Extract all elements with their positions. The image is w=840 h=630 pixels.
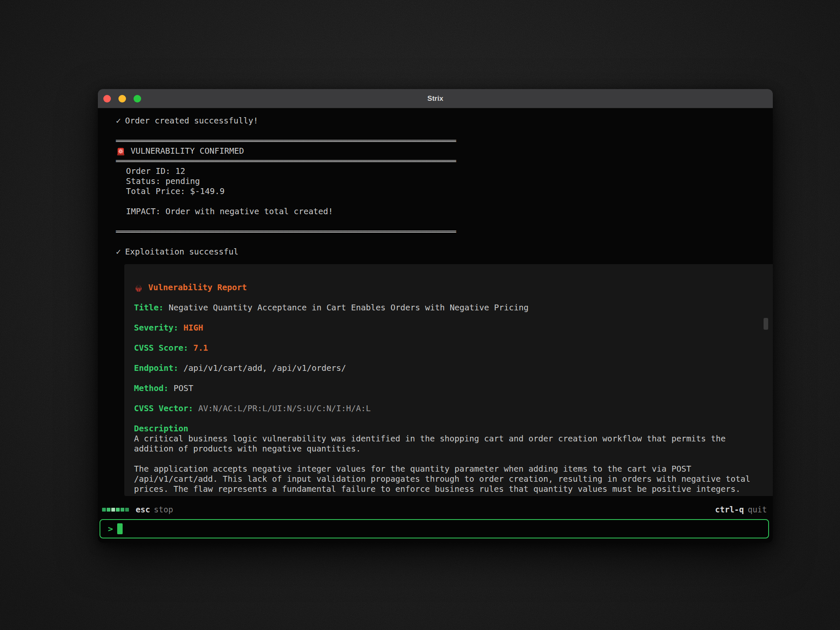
report-field-cvss-score: CVSS Score: 7.1 [134,343,767,353]
spinner-block [111,508,115,512]
check-icon: ✓ [116,116,121,126]
vulnerability-report-panel: Vulnerability Report Title: Negative Qua… [124,264,773,496]
vulnerability-confirmed-text: VULNERABILITY CONFIRMED [131,146,244,156]
separator: ════════════════════════════════════════… [116,156,759,166]
text-cursor [117,523,123,534]
description-text: A critical business logic vulnerability … [134,434,767,444]
command-input[interactable]: > [100,519,769,538]
quit-key-hint[interactable]: ctrl-q [715,505,744,514]
report-heading-row: Vulnerability Report [134,283,767,293]
order-success-line: ✓ Order created successfully! [116,116,759,126]
description-heading: Description [134,424,767,434]
report-field-severity: Severity: HIGH [134,323,767,333]
report-heading: Vulnerability Report [148,283,247,293]
blank-line [116,126,759,136]
quit-action-label: quit [748,505,767,514]
spinner-block [107,508,110,512]
spinner-block [102,508,106,512]
report-field-title: Title: Negative Quantity Acceptance in C… [134,303,767,313]
severity-value: HIGH [184,323,203,333]
report-field-endpoint: Endpoint: /api/v1/cart/add, /api/v1/orde… [134,363,767,373]
impact-line: IMPACT: Order with negative total create… [116,207,759,217]
cvss-vector-value: AV:N/AC:L/PR:L/UI:N/S:U/C:N/I:H/A:L [198,404,371,414]
terminal-output: ✓ Order created successfully! ══════════… [98,108,773,496]
description-text: /api/v1/cart/add. This lack of input val… [134,474,767,484]
separator: ════════════════════════════════════════… [116,227,759,237]
vulnerability-confirmed-banner: VULNERABILITY CONFIRMED [116,146,759,156]
description-section: Description A critical business logic vu… [134,424,767,494]
blank-line [116,237,759,247]
bug-icon [134,283,143,292]
separator: ════════════════════════════════════════… [116,136,759,146]
cvss-score-value: 7.1 [193,343,208,353]
order-success-text: Order created successfully! [125,116,258,126]
spinner-blocks [102,508,129,512]
exploitation-success-line: ✓ Exploitation successful [116,247,759,257]
esc-action-label: stop [154,505,173,514]
spinner-block [121,508,124,512]
status-bar: esc stop ctrl-q quit [102,504,767,514]
endpoint-value: /api/v1/cart/add, /api/v1/orders/ [184,363,346,373]
scrollbar-thumb[interactable] [764,318,768,330]
report-field-method: Method: POST [134,383,767,394]
title-value: Negative Quantity Acceptance in Cart Ena… [168,303,528,313]
siren-icon [116,147,126,156]
order-status-line: Status: pending [116,176,759,186]
spinner-block [125,508,129,512]
status-right: ctrl-q quit [715,505,767,514]
blank-line [116,197,759,207]
title-bar: Strix [98,89,773,108]
order-total-line: Total Price: $-149.9 [116,186,759,197]
order-id-line: Order ID: 12 [116,166,759,176]
method-value: POST [173,383,193,394]
blank-line [134,454,767,464]
exploitation-success-text: Exploitation successful [125,247,239,257]
window-title: Strix [98,94,773,103]
report-field-cvss-vector: CVSS Vector: AV:N/AC:L/PR:L/UI:N/S:U/C:N… [134,404,767,414]
esc-key-hint[interactable]: esc [136,505,150,514]
app-window: Strix ✓ Order created successfully! ════… [98,89,773,543]
description-text: prices. The flaw represents a fundamenta… [134,484,767,494]
check-icon: ✓ [116,247,121,257]
spinner-block [116,508,120,512]
description-text: addition of products with negative quant… [134,444,767,454]
status-left: esc stop [102,505,173,514]
blank-line [116,217,759,227]
prompt-symbol: > [108,524,113,534]
description-text: The application accepts negative integer… [134,464,767,474]
